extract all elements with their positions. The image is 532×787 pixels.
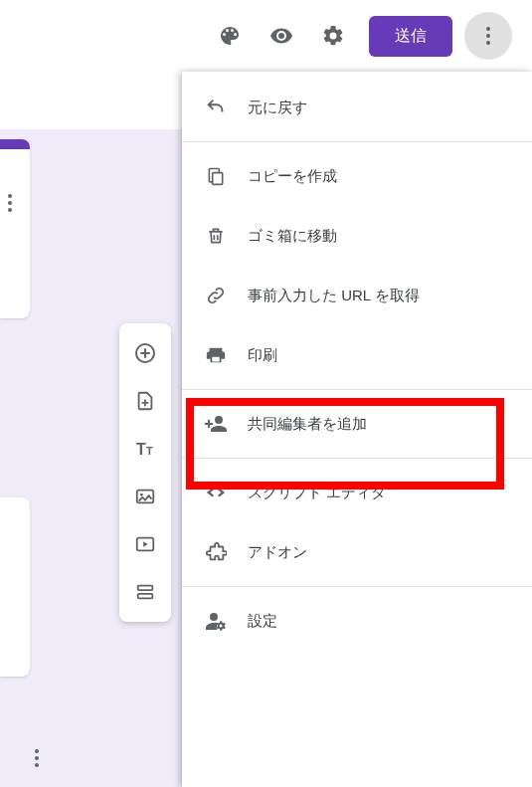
menu-label: コピーを作成 xyxy=(248,167,510,186)
drag-handle-icon[interactable] xyxy=(35,749,39,767)
add-video-button[interactable] xyxy=(121,520,169,568)
add-title-button[interactable]: TT xyxy=(121,425,169,473)
menu-label: スクリプト エディタ xyxy=(248,484,510,502)
menu-label: ゴミ箱に移動 xyxy=(248,227,510,246)
svg-rect-10 xyxy=(138,594,153,599)
menu-divider xyxy=(182,586,532,587)
palette-icon xyxy=(218,24,242,48)
code-icon xyxy=(204,481,228,504)
more-menu: 元に戻す コピーを作成 ゴミ箱に移動 事前入力した URL を取得 印刷 共同編… xyxy=(182,72,532,787)
add-section-button[interactable] xyxy=(121,568,169,616)
menu-label: 元に戻す xyxy=(248,98,510,117)
send-label: 送信 xyxy=(395,26,427,47)
question-toolbar: TT xyxy=(119,323,171,622)
menu-label: 印刷 xyxy=(248,346,510,365)
image-icon xyxy=(134,486,156,507)
settings-button[interactable] xyxy=(309,12,357,60)
top-toolbar: 送信 xyxy=(0,0,532,72)
menu-label: 設定 xyxy=(248,612,510,631)
menu-item-trash[interactable]: ゴミ箱に移動 xyxy=(182,206,532,266)
theme-button[interactable] xyxy=(206,12,254,60)
menu-label: 共同編集者を追加 xyxy=(248,415,510,434)
trash-icon xyxy=(204,224,228,248)
add-question-button[interactable] xyxy=(121,329,169,377)
menu-item-undo[interactable]: 元に戻す xyxy=(182,78,532,137)
svg-rect-11 xyxy=(213,173,223,185)
text-icon: TT xyxy=(133,437,157,461)
more-vert-icon xyxy=(476,24,500,48)
menu-item-prefill-url[interactable]: 事前入力した URL を取得 xyxy=(182,266,532,325)
form-question-card[interactable] xyxy=(0,497,30,677)
svg-point-0 xyxy=(486,27,490,31)
video-icon xyxy=(134,533,156,555)
svg-point-1 xyxy=(486,34,490,38)
preview-button[interactable] xyxy=(258,12,305,60)
menu-label: 事前入力した URL を取得 xyxy=(248,287,510,305)
send-button[interactable]: 送信 xyxy=(369,16,452,57)
undo-icon xyxy=(204,96,228,119)
extension-icon xyxy=(204,540,228,564)
import-questions-button[interactable] xyxy=(121,377,169,425)
person-gear-icon xyxy=(204,609,228,633)
add-image-button[interactable] xyxy=(121,473,169,520)
import-file-icon xyxy=(134,390,156,412)
menu-item-add-collaborators[interactable]: 共同編集者を追加 xyxy=(182,394,532,454)
svg-text:T: T xyxy=(146,445,153,457)
plus-circle-icon xyxy=(133,341,157,365)
svg-point-2 xyxy=(486,41,490,45)
menu-item-copy[interactable]: コピーを作成 xyxy=(182,146,532,206)
menu-label: アドオン xyxy=(248,543,510,562)
section-icon xyxy=(134,581,156,603)
form-header-card[interactable] xyxy=(0,139,30,318)
svg-point-7 xyxy=(140,493,143,496)
drag-handle-icon[interactable] xyxy=(8,194,12,212)
people-add-icon xyxy=(204,412,228,436)
more-button[interactable] xyxy=(464,12,512,60)
menu-item-print[interactable]: 印刷 xyxy=(182,325,532,385)
menu-divider xyxy=(182,141,532,142)
print-icon xyxy=(204,343,228,367)
menu-divider xyxy=(182,389,532,390)
gear-icon xyxy=(321,24,345,48)
menu-item-addons[interactable]: アドオン xyxy=(182,522,532,582)
eye-icon xyxy=(269,24,293,48)
svg-text:T: T xyxy=(136,441,146,458)
link-icon xyxy=(204,284,228,307)
svg-rect-9 xyxy=(138,586,153,591)
menu-divider xyxy=(182,458,532,459)
menu-item-settings[interactable]: 設定 xyxy=(182,591,532,651)
copy-icon xyxy=(204,164,228,188)
menu-item-script-editor[interactable]: スクリプト エディタ xyxy=(182,463,532,522)
